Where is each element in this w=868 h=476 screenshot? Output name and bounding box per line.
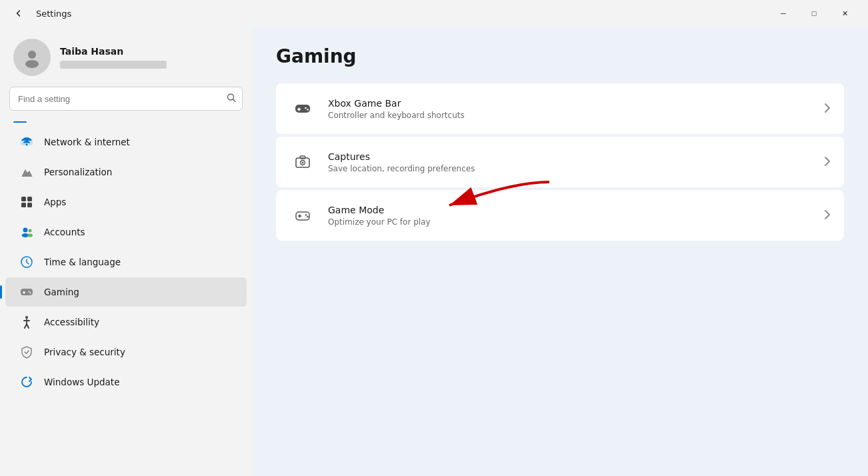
minimize-button[interactable]: ─ xyxy=(768,0,799,27)
svg-rect-15 xyxy=(21,289,33,295)
sidebar-item-label-windows-update: Windows Update xyxy=(44,377,119,387)
close-button[interactable]: ✕ xyxy=(829,0,860,27)
settings-list: Xbox Game Bar Controller and keyboard sh… xyxy=(276,83,844,241)
sidebar-item-apps[interactable]: Apps xyxy=(5,187,247,217)
user-email-bar xyxy=(60,61,167,69)
game-mode-title: Game Mode xyxy=(328,205,812,215)
accessibility-icon xyxy=(19,314,35,330)
svg-rect-8 xyxy=(21,203,26,207)
sidebar-item-accounts[interactable]: Accounts xyxy=(5,217,247,247)
captures-desc: Save location, recording preferences xyxy=(328,164,812,173)
sidebar: Taiba Hasan xyxy=(0,27,252,476)
sidebar-item-personalization[interactable]: Personalization xyxy=(5,157,247,187)
personalization-icon xyxy=(19,164,35,180)
game-mode-chevron xyxy=(824,209,831,222)
svg-rect-31 xyxy=(300,156,305,159)
back-button[interactable] xyxy=(8,3,29,24)
svg-line-3 xyxy=(233,99,236,102)
xbox-game-bar-chevron xyxy=(824,103,831,115)
svg-line-24 xyxy=(27,324,29,328)
svg-point-38 xyxy=(305,214,307,216)
sidebar-item-label-network: Network & internet xyxy=(44,137,130,147)
svg-point-29 xyxy=(307,109,309,111)
sidebar-item-time-language[interactable]: Time & language xyxy=(5,247,247,277)
xbox-game-bar-desc: Controller and keyboard shortcuts xyxy=(328,111,812,120)
svg-rect-6 xyxy=(21,197,26,201)
svg-point-18 xyxy=(29,291,30,293)
sidebar-item-windows-update[interactable]: Windows Update xyxy=(5,367,247,397)
sidebar-item-label-accounts: Accounts xyxy=(44,227,85,237)
game-mode-text: Game Mode Optimize your PC for play xyxy=(328,205,812,227)
user-info: Taiba Hasan xyxy=(60,46,167,69)
network-icon xyxy=(19,134,35,150)
sidebar-item-label-privacy-security: Privacy & security xyxy=(44,347,125,357)
captures-icon xyxy=(289,149,316,175)
page-title: Gaming xyxy=(276,45,844,67)
search-box xyxy=(9,87,243,111)
sidebar-item-label-accessibility: Accessibility xyxy=(44,317,99,327)
window-controls: ─ □ ✕ xyxy=(768,0,860,27)
search-input[interactable] xyxy=(9,87,243,111)
sidebar-item-network[interactable]: Network & internet xyxy=(5,127,247,157)
svg-point-0 xyxy=(28,51,36,59)
search-icon xyxy=(227,93,236,105)
sidebar-item-label-personalization: Personalization xyxy=(44,167,112,177)
sidebar-item-privacy-security[interactable]: Privacy & security xyxy=(5,337,247,367)
svg-point-12 xyxy=(29,229,32,233)
svg-point-28 xyxy=(305,107,307,109)
nav-list: Network & internet Personalization xyxy=(0,119,252,397)
svg-point-33 xyxy=(302,162,304,164)
apps-icon xyxy=(19,194,35,210)
time-language-icon xyxy=(19,254,35,270)
settings-item-game-mode[interactable]: Game Mode Optimize your PC for play xyxy=(276,190,844,241)
avatar xyxy=(13,39,51,76)
gaming-icon xyxy=(19,284,35,300)
settings-item-xbox-game-bar[interactable]: Xbox Game Bar Controller and keyboard sh… xyxy=(276,83,844,134)
svg-point-10 xyxy=(23,228,28,233)
xbox-game-bar-text: Xbox Game Bar Controller and keyboard sh… xyxy=(328,98,812,120)
captures-text: Captures Save location, recording prefer… xyxy=(328,151,812,173)
main-content: Gaming Xbox Game Bar Controller and keyb… xyxy=(252,27,868,476)
svg-point-1 xyxy=(25,60,39,68)
user-section: Taiba Hasan xyxy=(0,27,252,87)
captures-title: Captures xyxy=(328,151,812,162)
title-bar: Settings ─ □ ✕ xyxy=(0,0,868,27)
app-body: Taiba Hasan xyxy=(0,27,868,476)
privacy-security-icon xyxy=(19,344,35,360)
settings-item-captures[interactable]: Captures Save location, recording prefer… xyxy=(276,137,844,187)
sidebar-item-gaming[interactable]: Gaming xyxy=(5,277,247,307)
sidebar-item-label-time-language: Time & language xyxy=(44,257,121,267)
game-mode-icon xyxy=(289,202,316,229)
sidebar-item-label-gaming: Gaming xyxy=(44,287,79,297)
svg-rect-7 xyxy=(27,197,32,201)
windows-update-icon xyxy=(19,374,35,390)
app-title: Settings xyxy=(36,9,71,19)
accounts-icon xyxy=(19,224,35,240)
game-mode-desc: Optimize your PC for play xyxy=(328,217,812,227)
game-mode-container: Game Mode Optimize your PC for play xyxy=(276,190,844,241)
user-name: Taiba Hasan xyxy=(60,46,167,57)
maximize-button[interactable]: □ xyxy=(799,0,829,27)
svg-rect-17 xyxy=(23,291,25,294)
xbox-game-bar-title: Xbox Game Bar xyxy=(328,98,812,109)
svg-rect-27 xyxy=(299,108,300,111)
svg-point-13 xyxy=(27,234,33,237)
svg-point-20 xyxy=(25,316,28,319)
svg-point-19 xyxy=(30,293,31,294)
svg-rect-9 xyxy=(27,203,32,207)
svg-point-5 xyxy=(26,144,28,146)
xbox-game-bar-icon xyxy=(289,95,316,122)
svg-rect-25 xyxy=(295,105,310,113)
sidebar-item-accessibility[interactable]: Accessibility xyxy=(5,307,247,337)
svg-rect-37 xyxy=(299,215,301,218)
sidebar-item-label-apps: Apps xyxy=(44,197,66,207)
captures-chevron xyxy=(824,156,831,169)
svg-point-39 xyxy=(307,216,309,218)
